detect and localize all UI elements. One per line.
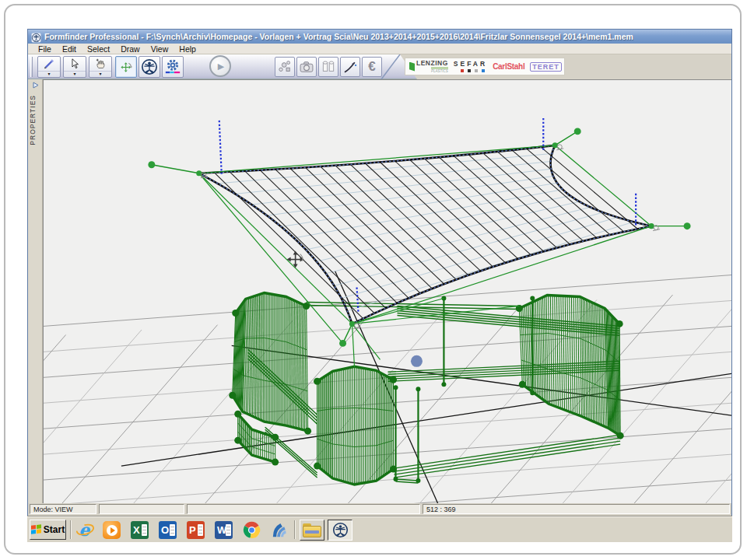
viewport-3d-scene[interactable]	[44, 80, 731, 503]
fabric-rolls-icon	[321, 60, 336, 75]
reference-sphere[interactable]	[411, 355, 423, 367]
axis-lines	[121, 271, 731, 503]
pan-cursor-icon	[287, 251, 304, 268]
title-bar[interactable]: Formfinder Professional - F:\Synch\Archi…	[28, 30, 731, 44]
lenzing-flag-icon	[409, 62, 415, 72]
menu-item-draw[interactable]: Draw	[115, 44, 146, 54]
menu-item-help[interactable]: Help	[174, 44, 202, 54]
start-button[interactable]: Start	[30, 520, 66, 540]
grab-hand-button[interactable]: ▾	[89, 56, 112, 78]
menu-item-edit[interactable]: Edit	[57, 44, 82, 54]
sefar-logo: SEFAR	[454, 61, 487, 72]
windows-logo-icon	[31, 524, 42, 535]
carlstahl-logo: CarlStahl	[493, 62, 524, 71]
sefar-square-icon	[475, 69, 478, 72]
lenzing-text: LENZING	[416, 60, 448, 67]
sefar-square-icon	[468, 69, 471, 72]
teret-logo: TERET	[530, 62, 562, 72]
formfind-molecule-button[interactable]	[275, 57, 295, 77]
properties-collapsed-panel[interactable]: PROPERTIES	[28, 79, 43, 503]
camera-icon	[299, 60, 314, 75]
window-title: Formfinder Professional - F:\Synch\Archi…	[44, 32, 633, 41]
status-bar: Mode: VIEW 512 : 369	[28, 503, 731, 516]
folder-icon	[303, 523, 321, 537]
toolbar-grip[interactable]	[30, 57, 33, 77]
sefar-square-icon	[482, 69, 485, 72]
cursor-dropdown-arrow-icon[interactable]: ▾	[64, 71, 86, 77]
screenshot-frame: Formfinder Professional - F:\Synch\Archi…	[4, 4, 742, 555]
snapshot-camera-button[interactable]	[296, 57, 317, 77]
grab-hand-icon	[94, 57, 107, 71]
lenzing-logo: LENZINGPLASTICS	[409, 60, 448, 73]
formfinder-window: Formfinder Professional - F:\Synch\Archi…	[27, 29, 732, 516]
fabric-rolls-button[interactable]	[318, 57, 338, 77]
pencil-dropdown-arrow-icon[interactable]: ▾	[38, 71, 60, 77]
toolbar: ▾ ▾ ▾	[28, 54, 731, 79]
status-mode: Mode: VIEW	[30, 504, 96, 514]
status-panel-3	[187, 504, 420, 514]
expand-arrow-icon[interactable]	[32, 82, 39, 89]
corner-plate-hardware	[556, 145, 563, 150]
taskbar-separator	[70, 520, 72, 539]
menu-item-view[interactable]: View	[146, 44, 174, 54]
green-slat-structure	[229, 292, 623, 485]
select-cursor-button[interactable]: ▾	[63, 56, 86, 78]
formfinder-taskbar-icon	[332, 522, 349, 538]
windows-taskbar: Start e X O P W	[27, 516, 732, 542]
app-vitruvian-icon	[31, 32, 41, 42]
menu-bar: FileEditSelectDrawViewHelp	[28, 44, 731, 54]
quill-pen-button[interactable]	[340, 57, 360, 77]
formfinder-tool-button[interactable]	[139, 56, 160, 78]
chrome-icon[interactable]	[242, 520, 261, 540]
powerpoint-icon[interactable]: P	[186, 520, 205, 540]
cursor-arrow-icon	[68, 57, 82, 71]
molecule-icon	[277, 60, 293, 75]
euro-icon: €	[368, 60, 375, 75]
sefar-text: SEFAR	[454, 61, 487, 68]
menu-item-file[interactable]: File	[33, 44, 57, 54]
vitruvian-man-icon	[141, 60, 158, 75]
internet-explorer-icon[interactable]: e	[75, 520, 95, 540]
quill-pen-icon	[342, 60, 358, 75]
grab-dropdown-arrow-icon[interactable]: ▾	[89, 71, 111, 77]
pencil-icon	[42, 57, 56, 71]
formfinder-task-button[interactable]	[328, 520, 352, 541]
properties-tab-label[interactable]: PROPERTIES	[29, 95, 42, 145]
media-player-icon[interactable]	[102, 520, 121, 540]
start-label: Start	[44, 524, 65, 535]
pan-orbit-button[interactable]	[115, 56, 137, 78]
status-cursor-coords: 512 : 369	[423, 504, 730, 514]
play-button[interactable]: ▶	[209, 55, 231, 77]
play-icon: ▶	[218, 61, 224, 72]
draw-pencil-button[interactable]: ▾	[37, 56, 61, 78]
sefar-color-squares	[461, 69, 487, 72]
explorer-folder-task-button[interactable]	[300, 520, 324, 541]
sponsor-logos-strip: LENZINGPLASTICS SEFAR CarlStahl TERET	[405, 58, 565, 75]
word-icon[interactable]: W	[214, 520, 233, 540]
viewport-3d[interactable]	[43, 79, 731, 503]
materials-gear-button[interactable]	[162, 56, 184, 78]
outlook-icon[interactable]: O	[158, 520, 177, 540]
taskbar-separator-2	[294, 520, 296, 539]
svg-text:e: e	[79, 520, 90, 540]
status-panel-2	[99, 504, 184, 514]
gear-gradient-icon	[164, 60, 181, 75]
scia-engineer-icon[interactable]	[269, 520, 289, 540]
menu-item-select[interactable]: Select	[82, 44, 115, 54]
lenzing-sub-text: PLASTICS	[431, 67, 448, 74]
pan-orbit-icon	[119, 60, 134, 75]
excel-icon[interactable]: X	[130, 520, 149, 540]
sefar-square-icon	[461, 69, 464, 72]
